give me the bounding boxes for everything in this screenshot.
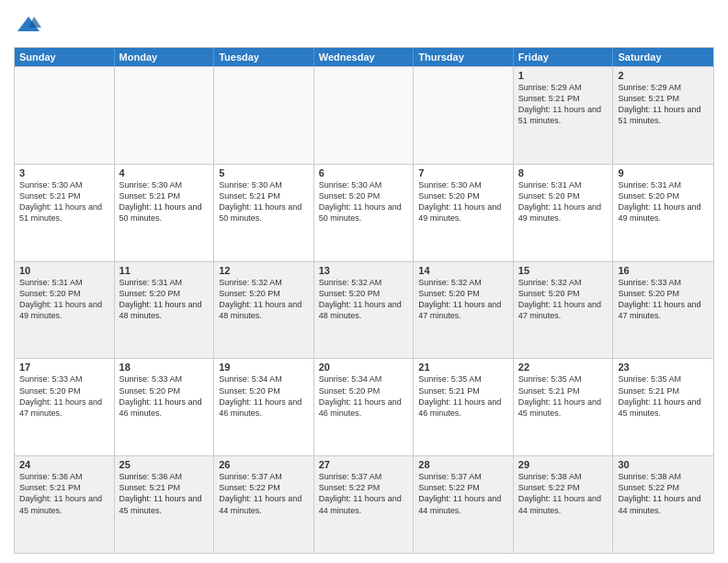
day-number: 7 bbox=[418, 167, 508, 178]
calendar-row-1: 1Sunrise: 5:29 AMSunset: 5:21 PMDaylight… bbox=[15, 66, 713, 164]
day-number: 1 bbox=[518, 70, 609, 81]
day-info: Sunrise: 5:31 AMSunset: 5:20 PMDaylight:… bbox=[119, 277, 210, 322]
calendar-row-5: 24Sunrise: 5:36 AMSunset: 5:21 PMDayligh… bbox=[15, 455, 713, 553]
day-info: Sunrise: 5:32 AMSunset: 5:20 PMDaylight:… bbox=[219, 277, 309, 322]
day-number: 20 bbox=[319, 362, 409, 373]
day-number: 8 bbox=[518, 167, 609, 178]
calendar-cell: 9Sunrise: 5:31 AMSunset: 5:20 PMDaylight… bbox=[613, 165, 713, 261]
day-number: 4 bbox=[119, 167, 210, 178]
weekday-header-tuesday: Tuesday bbox=[214, 48, 314, 66]
day-number: 11 bbox=[119, 265, 210, 276]
day-number: 10 bbox=[19, 265, 109, 276]
day-number: 27 bbox=[319, 459, 409, 470]
day-info: Sunrise: 5:33 AMSunset: 5:20 PMDaylight:… bbox=[618, 277, 709, 322]
day-number: 14 bbox=[418, 265, 508, 276]
calendar-body: 1Sunrise: 5:29 AMSunset: 5:21 PMDaylight… bbox=[15, 66, 713, 553]
day-info: Sunrise: 5:33 AMSunset: 5:20 PMDaylight:… bbox=[119, 373, 210, 419]
calendar-cell: 20Sunrise: 5:34 AMSunset: 5:20 PMDayligh… bbox=[314, 359, 415, 455]
calendar-cell: 19Sunrise: 5:34 AMSunset: 5:20 PMDayligh… bbox=[214, 359, 314, 455]
day-number: 22 bbox=[518, 362, 609, 373]
page: SundayMondayTuesdayWednesdayThursdayFrid… bbox=[0, 0, 728, 563]
day-info: Sunrise: 5:37 AMSunset: 5:22 PMDaylight:… bbox=[219, 471, 309, 516]
day-number: 9 bbox=[618, 167, 709, 178]
day-info: Sunrise: 5:35 AMSunset: 5:21 PMDaylight:… bbox=[618, 373, 709, 419]
weekday-header-monday: Monday bbox=[115, 48, 215, 66]
day-number: 24 bbox=[19, 459, 109, 470]
day-info: Sunrise: 5:29 AMSunset: 5:21 PMDaylight:… bbox=[618, 82, 709, 127]
calendar-cell: 6Sunrise: 5:30 AMSunset: 5:20 PMDaylight… bbox=[314, 165, 415, 261]
day-number: 21 bbox=[418, 362, 508, 373]
calendar-cell: 4Sunrise: 5:30 AMSunset: 5:21 PMDaylight… bbox=[115, 165, 215, 261]
day-number: 19 bbox=[219, 362, 309, 373]
day-number: 25 bbox=[119, 459, 210, 470]
day-info: Sunrise: 5:30 AMSunset: 5:21 PMDaylight:… bbox=[119, 179, 210, 224]
weekday-header-saturday: Saturday bbox=[613, 48, 713, 66]
day-info: Sunrise: 5:30 AMSunset: 5:20 PMDaylight:… bbox=[418, 179, 508, 224]
calendar-cell bbox=[214, 67, 314, 164]
calendar-cell: 18Sunrise: 5:33 AMSunset: 5:20 PMDayligh… bbox=[115, 359, 215, 455]
day-info: Sunrise: 5:38 AMSunset: 5:22 PMDaylight:… bbox=[618, 471, 709, 516]
day-number: 3 bbox=[19, 167, 109, 178]
day-info: Sunrise: 5:31 AMSunset: 5:20 PMDaylight:… bbox=[518, 179, 609, 224]
calendar-cell: 1Sunrise: 5:29 AMSunset: 5:21 PMDaylight… bbox=[514, 67, 614, 164]
day-number: 12 bbox=[219, 265, 309, 276]
calendar-cell bbox=[314, 67, 415, 164]
day-number: 16 bbox=[618, 265, 709, 276]
weekday-header-sunday: Sunday bbox=[15, 48, 115, 66]
calendar-cell bbox=[414, 67, 514, 164]
day-info: Sunrise: 5:30 AMSunset: 5:21 PMDaylight:… bbox=[219, 179, 309, 224]
calendar-cell: 11Sunrise: 5:31 AMSunset: 5:20 PMDayligh… bbox=[115, 262, 215, 359]
calendar-cell: 7Sunrise: 5:30 AMSunset: 5:20 PMDaylight… bbox=[414, 165, 514, 261]
weekday-header-friday: Friday bbox=[514, 48, 614, 66]
day-info: Sunrise: 5:33 AMSunset: 5:20 PMDaylight:… bbox=[19, 373, 109, 419]
calendar-cell: 29Sunrise: 5:38 AMSunset: 5:22 PMDayligh… bbox=[514, 456, 614, 553]
day-info: Sunrise: 5:37 AMSunset: 5:22 PMDaylight:… bbox=[418, 471, 508, 516]
day-info: Sunrise: 5:30 AMSunset: 5:21 PMDaylight:… bbox=[19, 179, 109, 224]
day-number: 17 bbox=[19, 362, 109, 373]
calendar-cell: 8Sunrise: 5:31 AMSunset: 5:20 PMDaylight… bbox=[514, 165, 614, 261]
day-number: 18 bbox=[119, 362, 210, 373]
weekday-header-wednesday: Wednesday bbox=[314, 48, 415, 66]
day-number: 26 bbox=[219, 459, 309, 470]
calendar-cell: 14Sunrise: 5:32 AMSunset: 5:20 PMDayligh… bbox=[414, 262, 514, 359]
day-number: 29 bbox=[518, 459, 609, 470]
calendar-cell: 28Sunrise: 5:37 AMSunset: 5:22 PMDayligh… bbox=[414, 456, 514, 553]
day-number: 5 bbox=[219, 167, 309, 178]
day-number: 28 bbox=[418, 459, 508, 470]
calendar-cell: 13Sunrise: 5:32 AMSunset: 5:20 PMDayligh… bbox=[314, 262, 415, 359]
day-number: 15 bbox=[518, 265, 609, 276]
header bbox=[14, 9, 714, 39]
day-info: Sunrise: 5:36 AMSunset: 5:21 PMDaylight:… bbox=[19, 471, 109, 516]
calendar-cell: 3Sunrise: 5:30 AMSunset: 5:21 PMDaylight… bbox=[15, 165, 115, 261]
day-info: Sunrise: 5:32 AMSunset: 5:20 PMDaylight:… bbox=[518, 277, 609, 322]
day-info: Sunrise: 5:31 AMSunset: 5:20 PMDaylight:… bbox=[19, 277, 109, 322]
calendar-cell: 30Sunrise: 5:38 AMSunset: 5:22 PMDayligh… bbox=[613, 456, 713, 553]
calendar-cell: 27Sunrise: 5:37 AMSunset: 5:22 PMDayligh… bbox=[314, 456, 415, 553]
day-info: Sunrise: 5:36 AMSunset: 5:21 PMDaylight:… bbox=[119, 471, 210, 516]
calendar-cell: 12Sunrise: 5:32 AMSunset: 5:20 PMDayligh… bbox=[214, 262, 314, 359]
calendar-cell: 16Sunrise: 5:33 AMSunset: 5:20 PMDayligh… bbox=[613, 262, 713, 359]
calendar-cell: 22Sunrise: 5:35 AMSunset: 5:21 PMDayligh… bbox=[514, 359, 614, 455]
day-info: Sunrise: 5:32 AMSunset: 5:20 PMDaylight:… bbox=[319, 277, 409, 322]
day-info: Sunrise: 5:29 AMSunset: 5:21 PMDaylight:… bbox=[518, 82, 609, 127]
day-number: 13 bbox=[319, 265, 409, 276]
day-number: 23 bbox=[618, 362, 709, 373]
day-info: Sunrise: 5:31 AMSunset: 5:20 PMDaylight:… bbox=[618, 179, 709, 224]
day-number: 6 bbox=[319, 167, 409, 178]
calendar-cell: 24Sunrise: 5:36 AMSunset: 5:21 PMDayligh… bbox=[15, 456, 115, 553]
calendar-row-4: 17Sunrise: 5:33 AMSunset: 5:20 PMDayligh… bbox=[15, 358, 713, 455]
weekday-header-thursday: Thursday bbox=[414, 48, 514, 66]
calendar-row-3: 10Sunrise: 5:31 AMSunset: 5:20 PMDayligh… bbox=[15, 261, 713, 359]
calendar-cell: 21Sunrise: 5:35 AMSunset: 5:21 PMDayligh… bbox=[414, 359, 514, 455]
day-number: 30 bbox=[618, 459, 709, 470]
logo-icon bbox=[16, 13, 41, 39]
calendar-header: SundayMondayTuesdayWednesdayThursdayFrid… bbox=[15, 48, 713, 66]
calendar-cell: 25Sunrise: 5:36 AMSunset: 5:21 PMDayligh… bbox=[115, 456, 215, 553]
calendar-cell: 26Sunrise: 5:37 AMSunset: 5:22 PMDayligh… bbox=[214, 456, 314, 553]
calendar-cell: 17Sunrise: 5:33 AMSunset: 5:20 PMDayligh… bbox=[15, 359, 115, 455]
calendar-cell: 15Sunrise: 5:32 AMSunset: 5:20 PMDayligh… bbox=[514, 262, 614, 359]
day-info: Sunrise: 5:32 AMSunset: 5:20 PMDaylight:… bbox=[418, 277, 508, 322]
calendar-cell: 10Sunrise: 5:31 AMSunset: 5:20 PMDayligh… bbox=[15, 262, 115, 359]
calendar-cell: 5Sunrise: 5:30 AMSunset: 5:21 PMDaylight… bbox=[214, 165, 314, 261]
day-info: Sunrise: 5:30 AMSunset: 5:20 PMDaylight:… bbox=[319, 179, 409, 224]
